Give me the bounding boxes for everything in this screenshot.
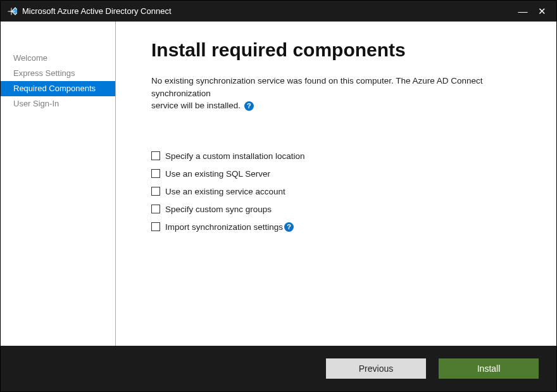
previous-button[interactable]: Previous (326, 358, 426, 379)
description-line-2: service will be installed. (151, 101, 241, 110)
sidebar-item-welcome[interactable]: Welcome (1, 51, 115, 66)
sidebar-item-express-settings[interactable]: Express Settings (1, 66, 115, 81)
checkbox-sync-groups[interactable] (151, 205, 160, 213)
close-button[interactable]: ✕ (532, 2, 551, 21)
minimize-button[interactable]: — (513, 2, 532, 21)
content-area: Welcome Express Settings Required Compon… (1, 22, 556, 346)
option-service-account: Use an existing service account (151, 183, 531, 200)
description-text: No existing synchronization service was … (151, 75, 531, 112)
checkbox-import-settings[interactable] (151, 222, 160, 231)
sidebar-item-label: User Sign-In (13, 99, 59, 108)
option-sql-server: Use an existing SQL Server (151, 165, 531, 182)
app-window: Microsoft Azure Active Directory Connect… (0, 0, 557, 392)
option-label: Use an existing SQL Server (165, 169, 270, 179)
checkbox-service-account[interactable] (151, 187, 160, 196)
description-line-1: No existing synchronization service was … (151, 76, 483, 98)
main-panel: Install required components No existing … (116, 22, 556, 346)
titlebar-title: Microsoft Azure Active Directory Connect (22, 6, 513, 16)
app-icon (6, 6, 17, 17)
footer: Previous Install (1, 346, 556, 391)
option-label: Use an existing service account (165, 187, 285, 196)
option-label: Import synchronization settings (165, 222, 283, 232)
help-icon[interactable]: ? (284, 222, 294, 232)
page-title: Install required components (151, 39, 531, 61)
checkbox-install-location[interactable] (151, 151, 160, 160)
sidebar: Welcome Express Settings Required Compon… (1, 22, 116, 346)
checkbox-sql-server[interactable] (151, 169, 160, 178)
option-import-settings: Import synchronization settings ? (151, 218, 531, 236)
option-label: Specify a custom installation location (165, 151, 305, 161)
sidebar-item-label: Express Settings (13, 68, 75, 78)
option-sync-groups: Specify custom sync groups (151, 201, 531, 218)
sidebar-item-label: Required Components (13, 84, 96, 93)
sidebar-item-label: Welcome (13, 53, 47, 63)
option-label: Specify custom sync groups (165, 205, 272, 214)
option-install-location: Specify a custom installation location (151, 148, 531, 165)
help-icon[interactable]: ? (244, 101, 254, 111)
sidebar-item-user-sign-in[interactable]: User Sign-In (1, 96, 115, 111)
titlebar: Microsoft Azure Active Directory Connect… (1, 1, 556, 22)
sidebar-item-required-components[interactable]: Required Components (1, 81, 115, 96)
install-button[interactable]: Install (439, 358, 539, 379)
